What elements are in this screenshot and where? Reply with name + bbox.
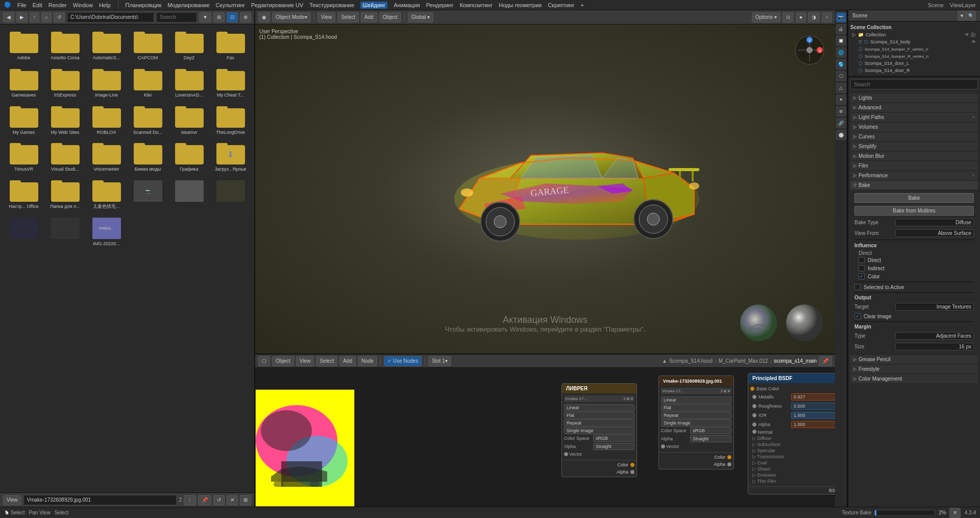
menu-render[interactable]: Render — [48, 2, 67, 8]
node-vmake-colorspace[interactable]: sRGB — [690, 427, 731, 434]
direct-checkbox[interactable] — [859, 257, 865, 263]
scene-icon-btn[interactable]: 🌐 — [836, 48, 846, 58]
folder-imageline[interactable]: Image-Line — [87, 66, 126, 101]
node-livrea-copy-btn[interactable]: ⧉ — [627, 397, 629, 401]
list-view-btn[interactable]: ⊞ — [213, 12, 225, 22]
folder-mycheat[interactable]: My Cheat T... — [211, 66, 250, 101]
bake-button[interactable]: Bake — [854, 193, 974, 203]
folder-voicemeeter[interactable]: Voicemeeter — [87, 140, 126, 175]
section-grease-pencil-header[interactable]: ▷ Grease Pencil — [850, 355, 978, 364]
viewport-shading-solid[interactable]: ● — [796, 12, 806, 22]
node-bsdf-metallic-value[interactable]: 0.927 — [791, 393, 835, 401]
node-bsdf-ior-value[interactable]: 1.500 — [791, 412, 835, 419]
section-bake-header[interactable]: ▽ Bake — [850, 181, 978, 190]
use-nodes-btn[interactable]: ✓ Use Nodes — [384, 356, 422, 366]
home-button[interactable]: ⌂ — [41, 12, 52, 22]
menu-help[interactable]: Help — [99, 2, 111, 8]
node-bsdf-emission-row[interactable]: ▷ Emission — [750, 472, 835, 478]
bake-from-multires-button[interactable]: Bake from Multires — [854, 206, 974, 216]
folder-capcom[interactable]: CAPCOM — [128, 29, 167, 64]
folder-bikma[interactable]: Бикма моды — [128, 140, 167, 175]
file-pin-btn[interactable]: 📌 — [198, 495, 211, 505]
menu-animation[interactable]: Анимация — [394, 2, 420, 8]
menu-compositing[interactable]: Композитинг — [460, 2, 493, 8]
node-vmake-single[interactable]: Single Image — [661, 419, 731, 427]
breadcrumb-main[interactable]: scompa_s14_main — [774, 358, 817, 364]
refresh-button[interactable]: ↺ — [54, 12, 65, 22]
menu-file[interactable]: File — [17, 2, 27, 8]
section-performance-header[interactable]: ▷ Performance ≡ — [850, 171, 978, 180]
clear-image-checkbox[interactable] — [854, 313, 861, 319]
physics-icon-btn[interactable]: ⊗ — [836, 106, 846, 116]
menu-planner[interactable]: Планировщик — [126, 2, 162, 8]
cancel-bake-btn[interactable]: ✕ — [949, 508, 961, 518]
node-livrea-unlink-btn[interactable]: ✕ — [630, 397, 633, 401]
node-bsdf-coat-row[interactable]: ▷ Coat — [750, 460, 835, 466]
indirect-checkbox[interactable] — [859, 265, 865, 271]
node-livrea-repeat[interactable]: Repeat — [564, 419, 634, 427]
file-car3[interactable] — [211, 177, 250, 213]
folder-roblox[interactable]: ROBLOX — [87, 103, 126, 138]
section-advanced-header[interactable]: ▷ Advanced — [850, 103, 978, 112]
file-car1[interactable]: 📷 — [128, 177, 167, 213]
outliner-s14-body[interactable]: ▽ ⬡ Scompa_S14_body 👁 — [850, 38, 978, 45]
outliner-door-l[interactable]: ⬡ Scompa_S14_door_L — [850, 60, 978, 67]
folder-dayz[interactable]: DayZ — [169, 29, 209, 64]
node-vmake-close-btn[interactable]: ✕ — [727, 389, 730, 393]
viewport-options-btn[interactable]: Options ▾ — [752, 12, 780, 22]
view-layer-icon-btn[interactable]: 🔲 — [836, 36, 846, 46]
s14-body-vis[interactable]: 👁 — [971, 39, 976, 44]
render-icon-btn[interactable]: 📷 — [836, 12, 846, 22]
file-img-vmake[interactable]: Инфор... IMG-20220... — [87, 215, 126, 250]
collection-cam-icon[interactable]: 🎥 — [970, 32, 976, 37]
file-view-btn[interactable]: ⊞ — [240, 495, 251, 505]
margin-size-value[interactable]: 16 px — [895, 343, 974, 350]
mesh-icon-btn[interactable]: △ — [836, 83, 846, 93]
folder-children[interactable]: 儿童色情毛... — [87, 177, 126, 213]
node-bsdf-transmission-row[interactable]: ▷ Transmission — [750, 454, 835, 460]
node-livrea-colorspace[interactable]: sRGB — [593, 435, 634, 442]
section-curves-header[interactable]: ▷ Curves — [850, 132, 978, 141]
folder-lovers[interactable]: LoversInAD... — [169, 66, 209, 101]
folder-grafika[interactable]: Графика — [169, 140, 209, 175]
section-simplify-header[interactable]: ▷ Simplify — [850, 142, 978, 151]
slot-btn[interactable]: Slot 1 ▾ — [428, 356, 451, 366]
node-vmake-copy-btn[interactable]: ⧉ — [724, 389, 726, 393]
viewport-view-btn[interactable]: View — [317, 12, 336, 22]
folder-assetto[interactable]: Assetto Corsa — [45, 29, 85, 64]
breadcrumb-material[interactable]: M_CarPaint_Max.012 — [719, 358, 768, 364]
node-vmake-alpha[interactable]: Straight — [690, 435, 731, 442]
node-editor-icon[interactable]: ⬡ — [258, 356, 270, 366]
node-vmake-linear[interactable]: Linear — [661, 396, 731, 404]
menu-rendering[interactable]: Рендеринг — [426, 2, 454, 8]
margin-type-dropdown[interactable]: Adjacent Faces — [895, 332, 974, 340]
node-bsdf-normal-row[interactable]: Normal — [750, 429, 835, 435]
menu-window[interactable]: Window — [73, 2, 93, 8]
file-reload-btn[interactable]: ↺ — [213, 495, 225, 505]
section-film-header[interactable]: ▷ Film — [850, 161, 978, 170]
forward-button[interactable]: ▶ — [16, 12, 28, 22]
folder-zagruz[interactable]: ⬇ Загруз...Ярлык — [211, 140, 250, 175]
render-props-search[interactable] — [850, 79, 978, 89]
bake-type-dropdown[interactable]: Diffuse — [895, 219, 974, 226]
transform-global-btn[interactable]: Global ▾ — [408, 12, 434, 22]
viewport-overlay-btn[interactable]: ⊙ — [782, 12, 794, 22]
node-object-btn[interactable]: Object — [272, 356, 294, 366]
filename-input[interactable] — [23, 495, 177, 505]
file-car2[interactable] — [169, 177, 209, 213]
node-bsdf-thinfilm-row[interactable]: ▷ Thin Film — [750, 478, 835, 484]
folder-thelongdrive[interactable]: TheLongDrive — [211, 103, 250, 138]
folder-iisexpress[interactable]: IISExpress — [45, 66, 85, 101]
node-bsdf-alpha-value[interactable]: 1.000 — [791, 421, 835, 428]
folder-trinusvr[interactable]: TrinusVR — [4, 140, 43, 175]
viewport-mode-icon[interactable]: ◉ — [258, 12, 270, 22]
node-bsdf-diffuse-row[interactable]: ▷ Diffuse — [750, 435, 835, 441]
outliner-filter-btn[interactable]: ▼ — [958, 11, 966, 21]
up-button[interactable]: ↑ — [30, 12, 39, 22]
menu-scripting[interactable]: Скриптинг — [548, 2, 574, 8]
grid-view-btn[interactable]: ⊡ — [227, 12, 238, 22]
lightpaths-menu-icon[interactable]: ≡ — [972, 115, 975, 120]
node-livrea-alpha[interactable]: Straight — [593, 443, 634, 450]
blender-logo[interactable]: 🔵 — [4, 2, 11, 8]
material-icon-btn[interactable]: ⬤ — [836, 130, 846, 140]
